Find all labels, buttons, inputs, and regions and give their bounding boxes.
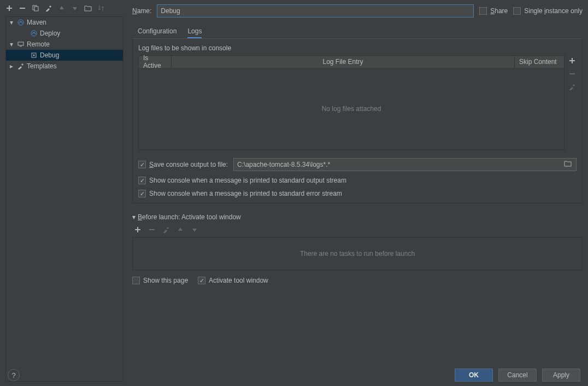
move-up-icon (57, 3, 67, 13)
folder-icon[interactable] (83, 3, 93, 13)
apply-button[interactable]: Apply (542, 369, 580, 382)
name-input[interactable] (157, 4, 474, 17)
maven-icon (30, 30, 38, 37)
checkbox-icon (198, 277, 205, 284)
svg-rect-10 (149, 229, 155, 230)
show-stdout-checkbox[interactable]: Show console when a message is printed t… (138, 177, 346, 184)
tree-node-deploy[interactable]: Deploy (6, 28, 123, 39)
remove-log-icon (568, 69, 577, 78)
before-launch-title: Before launch: Activate tool window (138, 213, 241, 221)
move-down-icon (70, 3, 80, 13)
svg-rect-2 (34, 7, 38, 11)
activate-tool-window-checkbox[interactable]: Activate tool window (198, 277, 268, 284)
log-files-table[interactable]: Is Active Log File Entry Skip Content No… (138, 55, 565, 150)
tree-node-debug[interactable]: Debug (6, 50, 123, 61)
col-skip-content[interactable]: Skip Content (515, 56, 564, 68)
remove-task-icon (148, 225, 156, 234)
tree-node-templates[interactable]: ▸ Templates (6, 61, 123, 72)
config-tree-sidebar: ▾ Maven Deploy ▾ Remote Debug ▸ Template… (0, 0, 127, 386)
config-tree[interactable]: ▾ Maven Deploy ▾ Remote Debug ▸ Template… (5, 16, 124, 382)
show-this-page-label: Show this page (143, 277, 188, 284)
before-launch-section: ▾ Before launch: Activate tool window Th… (132, 213, 583, 284)
name-label: Name: (132, 7, 151, 15)
svg-rect-6 (20, 46, 22, 46)
tree-node-remote[interactable]: ▾ Remote (6, 39, 123, 50)
tree-label: Maven (27, 19, 46, 26)
show-stdout-label: Show console when a message is printed t… (149, 177, 346, 184)
ok-button[interactable]: OK (455, 369, 493, 382)
logs-section-title: Log files to be shown in console (138, 44, 577, 52)
chevron-down-icon[interactable]: ▾ (8, 41, 15, 48)
add-task-icon[interactable] (133, 225, 142, 234)
checkbox-icon (138, 177, 146, 184)
move-task-down-icon (190, 225, 199, 234)
tab-logs[interactable]: Logs (187, 25, 202, 38)
move-task-up-icon (176, 225, 185, 234)
log-table-side-buttons (568, 55, 577, 150)
tree-label: Templates (27, 62, 57, 70)
templates-icon (17, 62, 25, 70)
single-instance-label: Single instance only (524, 7, 583, 15)
chevron-down-icon[interactable]: ▾ (8, 19, 15, 26)
save-output-path-field[interactable] (233, 158, 577, 171)
col-log-file-entry[interactable]: Log File Entry (172, 56, 515, 68)
add-log-icon[interactable] (568, 56, 577, 65)
remove-icon[interactable] (17, 3, 27, 13)
share-checkbox[interactable]: Share (479, 7, 508, 15)
checkbox-icon (479, 7, 487, 15)
checkbox-icon (513, 7, 521, 15)
before-launch-toolbar (133, 225, 583, 234)
logs-panel: Log files to be shown in console Is Acti… (132, 38, 583, 203)
activate-tool-window-label: Activate tool window (209, 277, 268, 284)
edit-task-icon (162, 225, 170, 234)
save-output-checkbox[interactable]: Save console output to file: (138, 161, 228, 168)
dialog-footer: ? OK Cancel Apply (0, 364, 588, 386)
tree-label: Debug (40, 51, 59, 59)
svg-point-8 (33, 55, 35, 56)
tree-toolbar (0, 3, 127, 16)
svg-rect-5 (18, 42, 23, 45)
share-label: Share (490, 7, 508, 15)
tab-configuration[interactable]: Configuration (138, 25, 177, 38)
maven-icon (17, 19, 25, 26)
show-stderr-checkbox[interactable]: Show console when a message is printed t… (138, 190, 342, 197)
svg-rect-0 (20, 8, 25, 9)
checkbox-icon (138, 190, 146, 197)
edit-log-icon (568, 83, 577, 91)
tree-label: Deploy (40, 30, 60, 37)
show-stderr-label: Show console when a message is printed t… (149, 190, 342, 197)
log-table-header: Is Active Log File Entry Skip Content (139, 56, 564, 68)
debug-icon (30, 51, 38, 59)
chevron-right-icon[interactable]: ▸ (8, 63, 15, 69)
tree-label: Remote (27, 40, 50, 48)
tabs: Configuration Logs (132, 25, 583, 38)
browse-folder-icon[interactable] (564, 160, 573, 169)
col-is-active[interactable]: Is Active (139, 56, 172, 68)
cancel-button[interactable]: Cancel (498, 369, 537, 382)
svg-rect-9 (569, 73, 575, 74)
show-this-page-checkbox[interactable]: Show this page (132, 277, 188, 284)
checkbox-icon (138, 161, 146, 168)
remote-icon (17, 40, 25, 48)
before-launch-header[interactable]: ▾ Before launch: Activate tool window (132, 213, 583, 221)
settings-icon[interactable] (44, 3, 54, 13)
help-button[interactable]: ? (8, 369, 20, 381)
save-output-label: Save console output to file: (149, 161, 228, 168)
add-icon[interactable] (4, 3, 14, 13)
save-output-path-input[interactable] (237, 161, 564, 168)
chevron-down-icon: ▾ (132, 213, 136, 221)
checkbox-icon (132, 277, 140, 284)
copy-icon[interactable] (31, 3, 40, 13)
single-instance-checkbox[interactable]: Single instance only (513, 7, 583, 15)
log-table-empty: No log files attached (139, 68, 564, 150)
sort-icon (96, 3, 106, 13)
tree-node-maven[interactable]: ▾ Maven (6, 17, 123, 28)
main-panel: Name: Share Single instance only Configu… (127, 0, 588, 386)
before-launch-empty: There are no tasks to run before launch (132, 237, 583, 270)
